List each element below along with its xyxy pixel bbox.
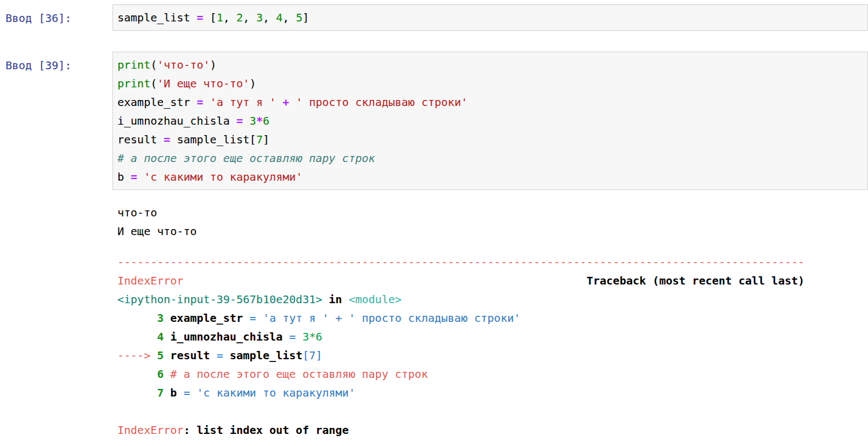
code-token: IndexError [117,274,183,287]
code-token: [7] [302,349,322,362]
code-token: = [289,330,302,343]
code-token: 7 [117,386,170,399]
code-token: ( [150,58,157,71]
code-token: print [117,58,150,71]
code-token: 'И еще что-то' [157,77,250,90]
code-token: 6 [263,114,269,127]
code-token: example_str [117,96,197,109]
code-editor[interactable]: print('что-то') print('И еще что-то') ex… [112,52,868,190]
output-prompt-spacer [0,241,112,439]
code-token: sample_list [230,349,302,362]
code-token [243,114,250,127]
code-token: 5 [157,349,170,362]
code-token: = [217,349,230,362]
code-token: # а после этого еще оставляю пару строк [117,152,375,165]
code-token: ] [263,133,269,146]
code-token [137,170,144,183]
code-token: ----> [117,349,157,362]
input-row: Ввод [39]:print('что-то') print('И еще ч… [0,52,868,190]
code-token: 3*6 [302,330,322,343]
output-prompt-spacer [0,190,112,241]
code-token: + [283,96,289,109]
input-row: Ввод [36]:sample_list = [1, 2, 3, 4, 5] [0,4,868,31]
code-token: , [283,11,296,24]
code-text: sample_list = [1, 2, 3, 4, 5] [117,8,863,27]
code-token: b [170,386,183,399]
stdout-row: что-то И еще что-то [0,190,868,241]
notebook: Ввод [36]:sample_list = [1, 2, 3, 4, 5]В… [0,0,868,439]
code-token: example_str [170,311,250,325]
code-token [183,274,587,287]
code-token: result [117,133,164,146]
code-token: # а после этого еще оставляю пару строк [170,367,428,381]
code-token: : list index out of range [183,423,348,437]
code-token: Traceback (most recent call last) [587,274,804,287]
code-token [289,96,296,109]
code-editor[interactable]: sample_list = [1, 2, 3, 4, 5] [112,4,868,31]
traceback-text: ----------------------------------------… [112,253,804,439]
code-token: b [117,170,131,183]
code-token: IndexError [117,423,183,437]
code-token: , [243,11,256,24]
code-token: 6 [117,367,170,381]
code-token: = [236,114,243,127]
code-token: sample_list[ [170,133,256,146]
input-prompt: Ввод [39]: [0,52,112,190]
code-token [276,96,283,109]
code-text: print('что-то') print('И еще что-то') ex… [117,55,863,186]
code-token: i_umnozhau_chisla [117,114,236,127]
code-token: 4 [117,330,170,343]
code-token: * [256,114,263,127]
code-token: result [170,349,216,362]
code-token: 4 [276,11,283,24]
code-token [204,96,210,109]
code-token: = [197,96,204,109]
code-token: = 'а тут я ' + ' просто складываю строки… [250,311,521,325]
code-token: ( [150,77,157,90]
code-token: 'что-то' [157,58,210,71]
code-token: 3 [256,11,263,24]
notebook-cell-2: Ввод [39]:print('что-то') print('И еще ч… [0,52,868,439]
notebook-cell-1: Ввод [36]:sample_list = [1, 2, 3, 4, 5] [0,4,868,31]
code-token: = [164,133,170,146]
code-token: <ipython-input-39-567b10e20d31> [117,293,322,306]
traceback-row: ----------------------------------------… [0,241,868,439]
stdout-text: что-то И еще что-то [112,203,197,241]
code-token: = 'с какими то каракулями' [183,386,355,399]
code-token: <module> [348,293,401,306]
code-token: i_umnozhau_chisla [170,330,289,343]
code-token: in [322,293,348,306]
code-token: = [131,170,137,183]
code-token: sample_list [117,11,197,24]
code-token: [ [204,11,217,24]
code-token: 'с какими то каракулями' [144,170,302,183]
code-token: 'а тут я ' [210,96,276,109]
code-token: ) [210,58,217,71]
code-token: 7 [256,133,263,146]
code-token: 3 [117,311,170,325]
code-token: ] [302,11,309,24]
code-token: ----------------------------------------… [117,255,804,269]
code-token: , [223,11,236,24]
code-token: = [197,11,204,24]
code-token: 2 [236,11,243,24]
input-prompt: Ввод [36]: [0,4,112,31]
code-token: ) [250,77,256,90]
code-token: ' просто складываю строки' [296,96,467,109]
code-token: print [117,77,150,90]
code-token: 5 [296,11,302,24]
code-token: 3 [250,114,256,127]
code-token: , [263,11,276,24]
code-token: 1 [217,11,223,24]
